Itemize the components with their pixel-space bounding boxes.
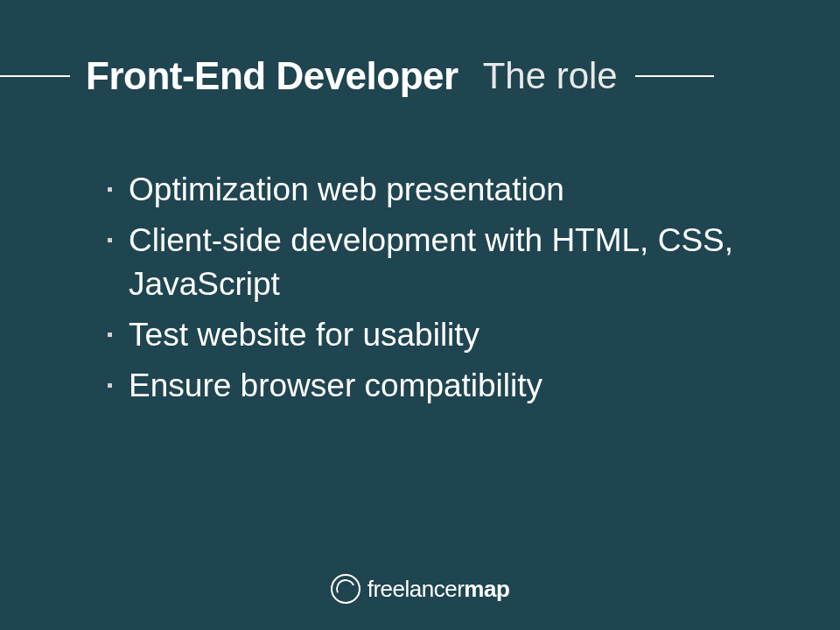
bullet-marker-icon: ▪: [107, 326, 113, 343]
list-item: ▪ Ensure browser compatibility: [107, 364, 770, 408]
brand-name: freelancermap: [368, 576, 510, 603]
list-item: ▪ Test website for usability: [107, 313, 770, 357]
footer-logo: freelancermap: [0, 574, 840, 604]
bullet-marker-icon: ▪: [107, 180, 113, 198]
bullet-text: Optimization web presentation: [129, 168, 564, 212]
bullet-list: ▪ Optimization web presentation ▪ Client…: [107, 168, 770, 415]
brand-suffix: map: [464, 576, 509, 602]
brand-prefix: freelancer: [368, 576, 465, 602]
globe-icon: [331, 574, 360, 604]
header-line-right: [635, 75, 714, 77]
bullet-text: Client-side development with HTML, CSS, …: [129, 219, 770, 306]
list-item: ▪ Optimization web presentation: [107, 168, 770, 212]
header-line-left: [0, 75, 70, 77]
bullet-text: Ensure browser compatibility: [129, 364, 542, 408]
bullet-text: Test website for usability: [129, 313, 480, 357]
slide-title-main: Front-End Developer: [86, 54, 458, 98]
slide-header: Front-End Developer The role: [0, 54, 840, 98]
bullet-marker-icon: ▪: [107, 231, 113, 248]
list-item: ▪ Client-side development with HTML, CSS…: [107, 219, 770, 306]
slide-title-sub: The role: [483, 55, 618, 97]
bullet-marker-icon: ▪: [107, 376, 113, 394]
